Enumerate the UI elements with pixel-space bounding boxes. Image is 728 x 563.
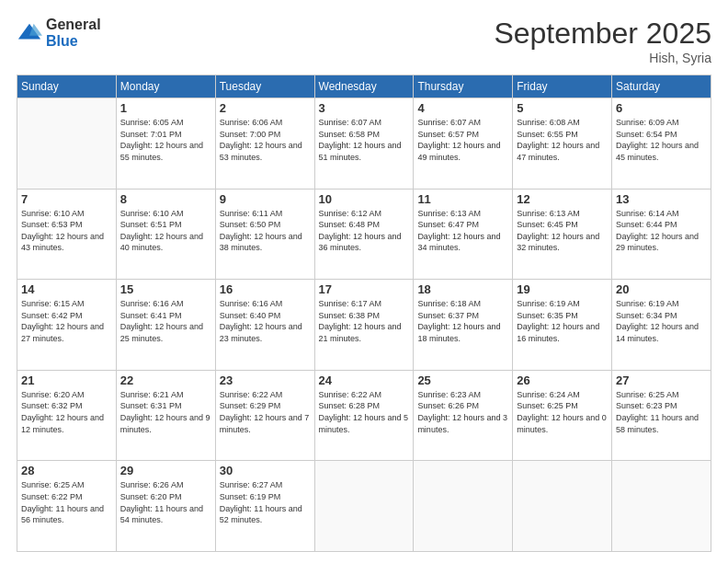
day-number: 14 bbox=[21, 282, 112, 296]
calendar-cell: 10Sunrise: 6:12 AMSunset: 6:48 PMDayligh… bbox=[314, 189, 414, 280]
calendar-cell: 4Sunrise: 6:07 AMSunset: 6:57 PMDaylight… bbox=[414, 98, 513, 190]
calendar-cell: 25Sunrise: 6:23 AMSunset: 6:26 PMDayligh… bbox=[414, 370, 513, 461]
day-number: 29 bbox=[120, 464, 211, 477]
header: General Blue September 2025 Hish, Syria bbox=[17, 17, 711, 65]
calendar-cell: 23Sunrise: 6:22 AMSunset: 6:29 PMDayligh… bbox=[215, 370, 314, 461]
day-info: Sunrise: 6:05 AMSunset: 7:01 PMDaylight:… bbox=[120, 117, 211, 163]
calendar-cell: 3Sunrise: 6:07 AMSunset: 6:58 PMDaylight… bbox=[314, 98, 414, 190]
day-info: Sunrise: 6:09 AMSunset: 6:54 PMDaylight:… bbox=[616, 117, 707, 163]
day-info: Sunrise: 6:23 AMSunset: 6:26 PMDaylight:… bbox=[417, 389, 508, 435]
calendar-cell: 26Sunrise: 6:24 AMSunset: 6:25 PMDayligh… bbox=[513, 370, 612, 461]
logo: General Blue bbox=[17, 17, 101, 49]
day-number: 28 bbox=[21, 464, 112, 477]
logo-icon bbox=[17, 20, 42, 46]
day-info: Sunrise: 6:19 AMSunset: 6:34 PMDaylight:… bbox=[616, 298, 707, 344]
calendar-cell: 1Sunrise: 6:05 AMSunset: 7:01 PMDaylight… bbox=[116, 98, 215, 190]
calendar-week-row: 7Sunrise: 6:10 AMSunset: 6:53 PMDaylight… bbox=[17, 189, 711, 280]
day-info: Sunrise: 6:10 AMSunset: 6:53 PMDaylight:… bbox=[21, 208, 112, 254]
header-saturday: Saturday bbox=[612, 75, 711, 98]
calendar-cell: 2Sunrise: 6:06 AMSunset: 7:00 PMDaylight… bbox=[215, 98, 314, 190]
day-number: 21 bbox=[21, 373, 112, 387]
header-friday: Friday bbox=[513, 75, 612, 98]
day-number: 23 bbox=[220, 373, 311, 387]
day-info: Sunrise: 6:08 AMSunset: 6:55 PMDaylight:… bbox=[517, 117, 608, 163]
day-number: 27 bbox=[616, 373, 707, 387]
calendar-cell: 30Sunrise: 6:27 AMSunset: 6:19 PMDayligh… bbox=[215, 461, 314, 552]
calendar-cell: 19Sunrise: 6:19 AMSunset: 6:35 PMDayligh… bbox=[513, 280, 612, 371]
day-info: Sunrise: 6:21 AMSunset: 6:31 PMDaylight:… bbox=[120, 389, 211, 435]
day-info: Sunrise: 6:10 AMSunset: 6:51 PMDaylight:… bbox=[120, 208, 211, 254]
day-number: 18 bbox=[417, 282, 508, 296]
day-number: 25 bbox=[417, 373, 508, 387]
calendar-header-row: Sunday Monday Tuesday Wednesday Thursday… bbox=[17, 75, 711, 98]
header-thursday: Thursday bbox=[414, 75, 513, 98]
day-info: Sunrise: 6:15 AMSunset: 6:42 PMDaylight:… bbox=[21, 298, 112, 344]
calendar-cell bbox=[612, 461, 711, 552]
day-number: 3 bbox=[319, 101, 410, 115]
day-info: Sunrise: 6:07 AMSunset: 6:57 PMDaylight:… bbox=[417, 117, 508, 163]
day-number: 11 bbox=[417, 192, 508, 206]
calendar-cell: 15Sunrise: 6:16 AMSunset: 6:41 PMDayligh… bbox=[116, 280, 215, 371]
logo-general: General bbox=[46, 17, 101, 33]
calendar-cell bbox=[17, 98, 117, 190]
day-number: 8 bbox=[120, 192, 211, 206]
calendar-cell bbox=[414, 461, 513, 552]
calendar-cell: 7Sunrise: 6:10 AMSunset: 6:53 PMDaylight… bbox=[17, 189, 117, 280]
day-number: 7 bbox=[21, 192, 112, 206]
day-number: 13 bbox=[616, 192, 707, 206]
header-sunday: Sunday bbox=[17, 75, 117, 98]
day-number: 16 bbox=[220, 282, 311, 296]
day-number: 26 bbox=[517, 373, 608, 387]
day-info: Sunrise: 6:06 AMSunset: 7:00 PMDaylight:… bbox=[220, 117, 311, 163]
calendar-cell: 22Sunrise: 6:21 AMSunset: 6:31 PMDayligh… bbox=[116, 370, 215, 461]
calendar-week-row: 1Sunrise: 6:05 AMSunset: 7:01 PMDaylight… bbox=[17, 98, 711, 190]
day-info: Sunrise: 6:13 AMSunset: 6:47 PMDaylight:… bbox=[417, 208, 508, 254]
day-info: Sunrise: 6:16 AMSunset: 6:40 PMDaylight:… bbox=[220, 298, 311, 344]
day-number: 6 bbox=[616, 101, 707, 115]
day-number: 10 bbox=[319, 192, 410, 206]
calendar-cell: 28Sunrise: 6:25 AMSunset: 6:22 PMDayligh… bbox=[17, 461, 117, 552]
day-info: Sunrise: 6:07 AMSunset: 6:58 PMDaylight:… bbox=[319, 117, 410, 163]
day-info: Sunrise: 6:18 AMSunset: 6:37 PMDaylight:… bbox=[417, 298, 508, 344]
day-info: Sunrise: 6:14 AMSunset: 6:44 PMDaylight:… bbox=[616, 208, 707, 254]
calendar-cell: 8Sunrise: 6:10 AMSunset: 6:51 PMDaylight… bbox=[116, 189, 215, 280]
day-number: 17 bbox=[319, 282, 410, 296]
calendar-table: Sunday Monday Tuesday Wednesday Thursday… bbox=[17, 75, 711, 552]
header-tuesday: Tuesday bbox=[215, 75, 314, 98]
calendar-cell bbox=[314, 461, 414, 552]
page: General Blue September 2025 Hish, Syria … bbox=[0, 0, 728, 563]
day-info: Sunrise: 6:22 AMSunset: 6:28 PMDaylight:… bbox=[319, 389, 410, 435]
calendar-cell: 9Sunrise: 6:11 AMSunset: 6:50 PMDaylight… bbox=[215, 189, 314, 280]
calendar-cell: 14Sunrise: 6:15 AMSunset: 6:42 PMDayligh… bbox=[17, 280, 117, 371]
logo-blue: Blue bbox=[46, 33, 101, 50]
calendar-cell: 13Sunrise: 6:14 AMSunset: 6:44 PMDayligh… bbox=[612, 189, 711, 280]
month-title: September 2025 bbox=[494, 17, 711, 51]
day-number: 30 bbox=[220, 464, 311, 477]
calendar-cell: 20Sunrise: 6:19 AMSunset: 6:34 PMDayligh… bbox=[612, 280, 711, 371]
calendar-week-row: 28Sunrise: 6:25 AMSunset: 6:22 PMDayligh… bbox=[17, 461, 711, 552]
location-subtitle: Hish, Syria bbox=[494, 51, 711, 65]
day-info: Sunrise: 6:11 AMSunset: 6:50 PMDaylight:… bbox=[220, 208, 311, 254]
calendar-cell: 18Sunrise: 6:18 AMSunset: 6:37 PMDayligh… bbox=[414, 280, 513, 371]
day-info: Sunrise: 6:27 AMSunset: 6:19 PMDaylight:… bbox=[220, 479, 311, 525]
calendar-cell bbox=[513, 461, 612, 552]
calendar-cell: 5Sunrise: 6:08 AMSunset: 6:55 PMDaylight… bbox=[513, 98, 612, 190]
day-info: Sunrise: 6:19 AMSunset: 6:35 PMDaylight:… bbox=[517, 298, 608, 344]
calendar-cell: 29Sunrise: 6:26 AMSunset: 6:20 PMDayligh… bbox=[116, 461, 215, 552]
day-number: 12 bbox=[517, 192, 608, 206]
calendar-week-row: 21Sunrise: 6:20 AMSunset: 6:32 PMDayligh… bbox=[17, 370, 711, 461]
day-number: 22 bbox=[120, 373, 211, 387]
title-block: September 2025 Hish, Syria bbox=[494, 17, 711, 65]
day-info: Sunrise: 6:26 AMSunset: 6:20 PMDaylight:… bbox=[120, 479, 211, 525]
calendar-cell: 16Sunrise: 6:16 AMSunset: 6:40 PMDayligh… bbox=[215, 280, 314, 371]
calendar-cell: 24Sunrise: 6:22 AMSunset: 6:28 PMDayligh… bbox=[314, 370, 414, 461]
day-info: Sunrise: 6:17 AMSunset: 6:38 PMDaylight:… bbox=[319, 298, 410, 344]
logo-text: General Blue bbox=[46, 17, 101, 49]
day-info: Sunrise: 6:24 AMSunset: 6:25 PMDaylight:… bbox=[517, 389, 608, 435]
calendar-cell: 11Sunrise: 6:13 AMSunset: 6:47 PMDayligh… bbox=[414, 189, 513, 280]
calendar-cell: 6Sunrise: 6:09 AMSunset: 6:54 PMDaylight… bbox=[612, 98, 711, 190]
calendar-cell: 21Sunrise: 6:20 AMSunset: 6:32 PMDayligh… bbox=[17, 370, 117, 461]
day-number: 2 bbox=[220, 101, 311, 115]
day-number: 9 bbox=[220, 192, 311, 206]
day-info: Sunrise: 6:12 AMSunset: 6:48 PMDaylight:… bbox=[319, 208, 410, 254]
